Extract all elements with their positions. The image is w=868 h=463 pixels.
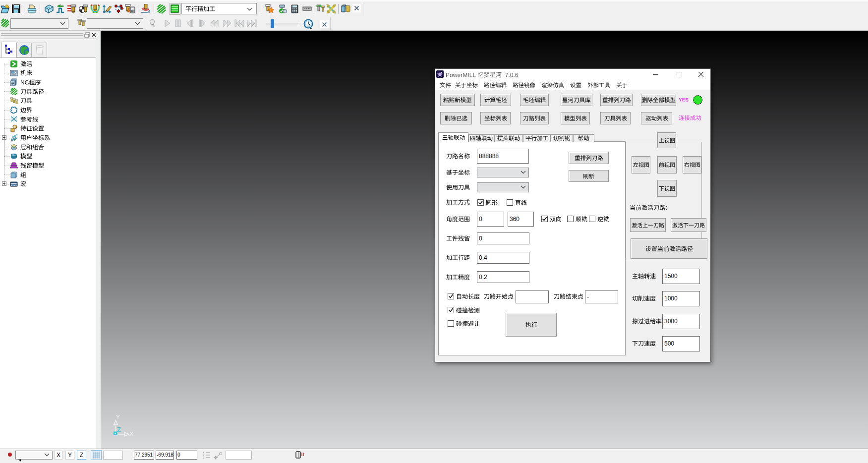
svg-text:Z: Z: [117, 426, 121, 434]
svg-text:Z: Z: [203, 456, 204, 459]
svg-text:Y: Y: [116, 414, 120, 420]
svg-text:X: X: [130, 431, 134, 437]
